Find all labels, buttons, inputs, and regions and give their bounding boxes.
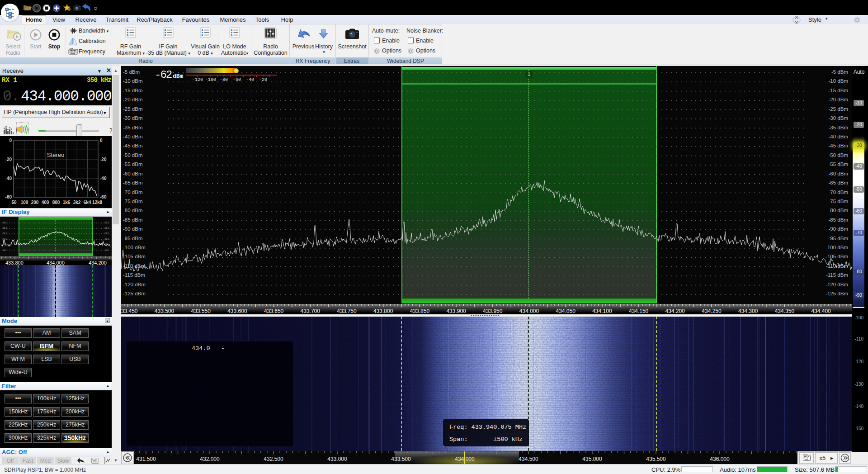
svg-text:Stereo: Stereo xyxy=(47,152,64,158)
svg-text:-80.0: -80.0 xyxy=(2,237,7,240)
svg-text:6k4: 6k4 xyxy=(84,200,91,205)
svg-text:-120: -120 xyxy=(2,248,6,251)
svg-text:-40: -40 xyxy=(100,176,107,181)
svg-text:400: 400 xyxy=(42,200,49,205)
svg-text:3k2: 3k2 xyxy=(73,200,81,205)
svg-text:100: 100 xyxy=(21,200,28,205)
svg-text:12k8: 12k8 xyxy=(92,200,103,205)
svg-text:800: 800 xyxy=(52,200,60,205)
svg-text:-70.0: -70.0 xyxy=(104,232,109,235)
svg-text:0: 0 xyxy=(100,138,103,143)
svg-text:200: 200 xyxy=(31,200,39,205)
svg-text:-60: -60 xyxy=(5,194,12,199)
svg-text:0: 0 xyxy=(9,138,12,143)
svg-text:-20: -20 xyxy=(100,157,107,162)
svg-text:-60: -60 xyxy=(100,194,107,199)
svg-text:-80.0: -80.0 xyxy=(104,237,109,240)
svg-text:-120: -120 xyxy=(104,248,108,251)
svg-text:-30.0: -30.0 xyxy=(2,221,7,224)
svg-text:-70.0: -70.0 xyxy=(2,232,7,235)
svg-text:-50.0: -50.0 xyxy=(2,227,7,229)
svg-text:1k6: 1k6 xyxy=(63,200,71,205)
svg-text:-40: -40 xyxy=(5,176,12,181)
svg-text:-20: -20 xyxy=(5,157,12,162)
svg-text:-50.0: -50.0 xyxy=(104,227,109,229)
svg-text:50: 50 xyxy=(11,200,17,205)
svg-text:0.: 0. xyxy=(3,88,19,104)
svg-text:-30.0: -30.0 xyxy=(104,221,109,224)
